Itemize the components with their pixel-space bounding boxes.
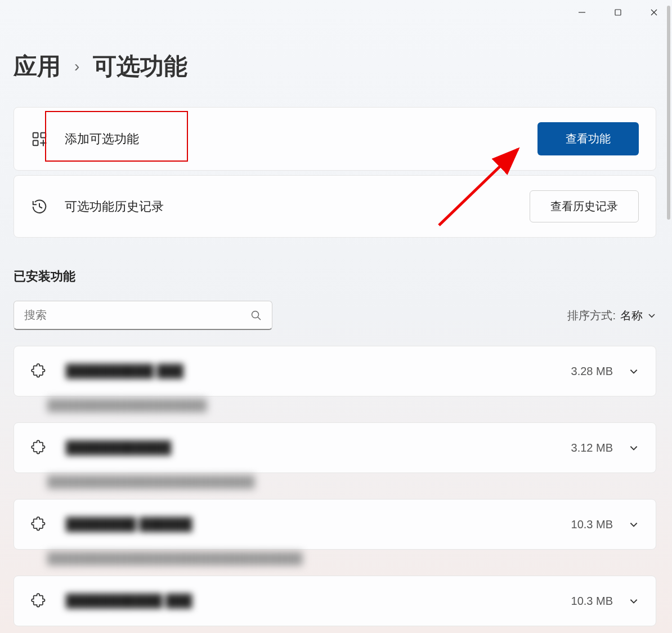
svg-rect-6 [33,140,38,145]
window-controls [564,0,672,25]
breadcrumb-separator: › [74,57,79,75]
feature-size: 3.12 MB [571,442,613,454]
svg-point-11 [252,311,259,318]
puzzle-icon [31,440,47,456]
maximize-icon [614,8,622,16]
installed-features-title: 已安装功能 [14,268,656,285]
feature-description: ██████████████████████████ [47,475,656,492]
chevron-down-icon [629,519,639,529]
svg-line-12 [258,317,261,320]
breadcrumb-app[interactable]: 应用 [14,51,61,82]
feature-size: 10.3 MB [571,518,613,531]
history-icon [31,198,48,215]
feature-description: ████████████████████ [47,399,656,416]
minimize-button[interactable] [564,0,600,25]
chevron-down-icon [647,311,656,320]
search-box[interactable] [14,301,272,330]
breadcrumb-current: 可选功能 [93,51,187,82]
feature-name: ██████████ ███ [66,364,183,378]
minimize-icon [578,8,586,16]
breadcrumb: 应用 › 可选功能 [14,51,656,82]
chevron-down-icon [629,596,639,606]
search-input[interactable] [24,309,250,322]
add-feature-card: 添加可选功能 查看功能 [14,107,656,171]
svg-rect-1 [615,10,621,15]
feature-description: ████████████████████████████████ [47,552,656,569]
sort-label: 排序方式: [567,308,616,323]
sort-control[interactable]: 排序方式: 名称 [567,308,656,323]
add-grid-icon [31,131,48,148]
feature-list: ██████████ ███ 3.28 MB █████████████████… [14,346,656,626]
history-title: 可选功能历史记录 [65,198,164,215]
feature-name: ███████████ ███ [66,594,192,608]
feature-item[interactable]: ████████████ 3.12 MB [14,422,656,473]
feature-item[interactable]: ██████████ ███ 3.28 MB [14,346,656,396]
feature-size: 3.28 MB [571,365,613,378]
puzzle-icon [31,593,47,609]
search-icon [250,310,262,321]
feature-item[interactable]: ████████ ██████ 10.3 MB [14,499,656,550]
feature-item[interactable]: ███████████ ███ 10.3 MB [14,576,656,626]
sort-value: 名称 [620,308,643,323]
chevron-down-icon [629,366,639,376]
scrollbar[interactable] [667,6,670,220]
add-feature-title: 添加可选功能 [65,131,139,148]
history-card: 可选功能历史记录 查看历史记录 [14,175,656,238]
feature-name: ████████ ██████ [66,517,192,532]
svg-rect-4 [33,132,38,137]
close-icon [650,8,658,16]
feature-name: ████████████ [66,440,171,455]
feature-size: 10.3 MB [571,595,613,608]
view-history-button[interactable]: 查看历史记录 [530,190,639,222]
puzzle-icon [31,363,47,379]
view-features-button[interactable]: 查看功能 [537,122,639,155]
svg-line-10 [39,207,42,208]
puzzle-icon [31,516,47,532]
svg-rect-5 [41,132,46,137]
maximize-button[interactable] [600,0,636,25]
chevron-down-icon [629,443,639,453]
